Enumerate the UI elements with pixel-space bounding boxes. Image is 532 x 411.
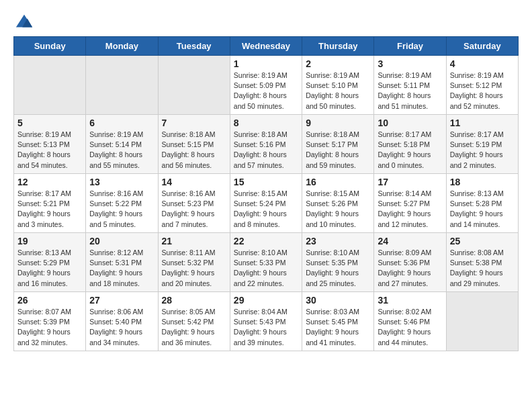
day-number: 22 — [234, 236, 298, 246]
day-info: Sunrise: 8:15 AM Sunset: 5:24 PM Dayligh… — [234, 189, 298, 230]
day-number: 3 — [378, 58, 442, 69]
day-info: Sunrise: 8:17 AM Sunset: 5:19 PM Dayligh… — [450, 130, 515, 171]
day-number: 12 — [17, 177, 82, 187]
day-info: Sunrise: 8:19 AM Sunset: 5:10 PM Dayligh… — [306, 71, 370, 111]
day-number: 26 — [17, 295, 82, 306]
calendar-cell: 16Sunrise: 8:15 AM Sunset: 5:26 PM Dayli… — [302, 174, 374, 233]
weekday-header-wednesday: Wednesday — [230, 37, 302, 56]
calendar-cell: 9Sunrise: 8:18 AM Sunset: 5:17 PM Daylig… — [302, 115, 374, 174]
day-info: Sunrise: 8:13 AM Sunset: 5:28 PM Dayligh… — [450, 189, 515, 230]
calendar-cell: 22Sunrise: 8:10 AM Sunset: 5:33 PM Dayli… — [230, 233, 302, 292]
weekday-header-saturday: Saturday — [446, 37, 518, 56]
day-info: Sunrise: 8:18 AM Sunset: 5:16 PM Dayligh… — [234, 130, 298, 171]
calendar-cell: 26Sunrise: 8:07 AM Sunset: 5:39 PM Dayli… — [14, 292, 86, 351]
calendar-cell: 7Sunrise: 8:18 AM Sunset: 5:15 PM Daylig… — [158, 115, 230, 174]
calendar-cell: 28Sunrise: 8:05 AM Sunset: 5:42 PM Dayli… — [158, 292, 230, 351]
day-number: 31 — [378, 295, 442, 306]
calendar-week-row: 19Sunrise: 8:13 AM Sunset: 5:29 PM Dayli… — [14, 233, 519, 292]
calendar-cell: 18Sunrise: 8:13 AM Sunset: 5:28 PM Dayli… — [446, 174, 518, 233]
calendar-cell: 15Sunrise: 8:15 AM Sunset: 5:24 PM Dayli… — [230, 174, 302, 233]
day-info: Sunrise: 8:08 AM Sunset: 5:38 PM Dayligh… — [450, 248, 515, 289]
calendar-cell: 14Sunrise: 8:16 AM Sunset: 5:23 PM Dayli… — [158, 174, 230, 233]
calendar-cell: 24Sunrise: 8:09 AM Sunset: 5:36 PM Dayli… — [374, 233, 446, 292]
calendar-cell: 25Sunrise: 8:08 AM Sunset: 5:38 PM Dayli… — [446, 233, 518, 292]
day-number: 17 — [378, 177, 442, 187]
day-number: 24 — [378, 236, 442, 246]
day-number: 25 — [450, 236, 515, 246]
day-number: 14 — [162, 177, 226, 187]
logo-icon — [15, 13, 34, 32]
page-header — [13, 13, 519, 30]
day-number: 1 — [234, 58, 298, 69]
day-number: 20 — [89, 236, 154, 246]
day-info: Sunrise: 8:11 AM Sunset: 5:32 PM Dayligh… — [162, 248, 226, 289]
day-number: 4 — [450, 58, 515, 69]
day-info: Sunrise: 8:19 AM Sunset: 5:09 PM Dayligh… — [234, 71, 298, 111]
day-info: Sunrise: 8:16 AM Sunset: 5:23 PM Dayligh… — [162, 189, 226, 230]
calendar-cell: 5Sunrise: 8:19 AM Sunset: 5:13 PM Daylig… — [14, 115, 86, 174]
calendar-cell — [86, 56, 158, 115]
day-number: 30 — [306, 295, 370, 306]
weekday-header-monday: Monday — [86, 37, 158, 56]
day-number: 18 — [450, 177, 515, 187]
day-info: Sunrise: 8:09 AM Sunset: 5:36 PM Dayligh… — [378, 248, 442, 289]
day-number: 28 — [162, 295, 226, 306]
weekday-header-tuesday: Tuesday — [158, 37, 230, 56]
calendar-cell: 17Sunrise: 8:14 AM Sunset: 5:27 PM Dayli… — [374, 174, 446, 233]
day-info: Sunrise: 8:02 AM Sunset: 5:46 PM Dayligh… — [378, 307, 442, 348]
day-info: Sunrise: 8:07 AM Sunset: 5:39 PM Dayligh… — [17, 307, 82, 348]
day-number: 8 — [234, 118, 298, 128]
weekday-header-friday: Friday — [374, 37, 446, 56]
calendar-cell: 12Sunrise: 8:17 AM Sunset: 5:21 PM Dayli… — [14, 174, 86, 233]
weekday-header-row: SundayMondayTuesdayWednesdayThursdayFrid… — [14, 37, 519, 56]
calendar-week-row: 12Sunrise: 8:17 AM Sunset: 5:21 PM Dayli… — [14, 174, 519, 233]
day-info: Sunrise: 8:03 AM Sunset: 5:45 PM Dayligh… — [306, 307, 370, 348]
day-info: Sunrise: 8:18 AM Sunset: 5:17 PM Dayligh… — [306, 130, 370, 171]
calendar-cell: 1Sunrise: 8:19 AM Sunset: 5:09 PM Daylig… — [230, 56, 302, 115]
calendar-cell: 11Sunrise: 8:17 AM Sunset: 5:19 PM Dayli… — [446, 115, 518, 174]
day-info: Sunrise: 8:16 AM Sunset: 5:22 PM Dayligh… — [89, 189, 154, 230]
day-number: 11 — [450, 118, 515, 128]
day-info: Sunrise: 8:04 AM Sunset: 5:43 PM Dayligh… — [234, 307, 298, 348]
weekday-header-sunday: Sunday — [14, 37, 86, 56]
day-number: 29 — [234, 295, 298, 306]
day-info: Sunrise: 8:19 AM Sunset: 5:12 PM Dayligh… — [450, 71, 515, 111]
day-number: 10 — [378, 118, 442, 128]
calendar-cell: 23Sunrise: 8:10 AM Sunset: 5:35 PM Dayli… — [302, 233, 374, 292]
calendar-week-row: 26Sunrise: 8:07 AM Sunset: 5:39 PM Dayli… — [14, 292, 519, 351]
calendar-cell: 4Sunrise: 8:19 AM Sunset: 5:12 PM Daylig… — [446, 56, 518, 115]
calendar-cell: 19Sunrise: 8:13 AM Sunset: 5:29 PM Dayli… — [14, 233, 86, 292]
calendar-cell: 27Sunrise: 8:06 AM Sunset: 5:40 PM Dayli… — [86, 292, 158, 351]
day-number: 9 — [306, 118, 370, 128]
calendar-cell: 30Sunrise: 8:03 AM Sunset: 5:45 PM Dayli… — [302, 292, 374, 351]
calendar-cell: 21Sunrise: 8:11 AM Sunset: 5:32 PM Dayli… — [158, 233, 230, 292]
day-number: 5 — [17, 118, 82, 128]
logo — [13, 13, 34, 30]
day-number: 6 — [89, 118, 154, 128]
day-info: Sunrise: 8:12 AM Sunset: 5:31 PM Dayligh… — [89, 248, 154, 289]
day-info: Sunrise: 8:06 AM Sunset: 5:40 PM Dayligh… — [89, 307, 154, 348]
calendar-week-row: 1Sunrise: 8:19 AM Sunset: 5:09 PM Daylig… — [14, 56, 519, 115]
calendar-cell — [158, 56, 230, 115]
calendar-cell — [446, 292, 518, 351]
calendar-table: SundayMondayTuesdayWednesdayThursdayFrid… — [13, 36, 519, 351]
calendar-cell: 31Sunrise: 8:02 AM Sunset: 5:46 PM Dayli… — [374, 292, 446, 351]
day-info: Sunrise: 8:19 AM Sunset: 5:14 PM Dayligh… — [89, 130, 154, 171]
weekday-header-thursday: Thursday — [302, 37, 374, 56]
day-info: Sunrise: 8:17 AM Sunset: 5:18 PM Dayligh… — [378, 130, 442, 171]
calendar-cell: 29Sunrise: 8:04 AM Sunset: 5:43 PM Dayli… — [230, 292, 302, 351]
day-info: Sunrise: 8:19 AM Sunset: 5:11 PM Dayligh… — [378, 71, 442, 111]
day-number: 7 — [162, 118, 226, 128]
day-info: Sunrise: 8:10 AM Sunset: 5:33 PM Dayligh… — [234, 248, 298, 289]
day-number: 15 — [234, 177, 298, 187]
calendar-cell: 8Sunrise: 8:18 AM Sunset: 5:16 PM Daylig… — [230, 115, 302, 174]
calendar-week-row: 5Sunrise: 8:19 AM Sunset: 5:13 PM Daylig… — [14, 115, 519, 174]
calendar-cell: 6Sunrise: 8:19 AM Sunset: 5:14 PM Daylig… — [86, 115, 158, 174]
day-info: Sunrise: 8:17 AM Sunset: 5:21 PM Dayligh… — [17, 189, 82, 230]
day-info: Sunrise: 8:15 AM Sunset: 5:26 PM Dayligh… — [306, 189, 370, 230]
day-number: 23 — [306, 236, 370, 246]
calendar-cell: 13Sunrise: 8:16 AM Sunset: 5:22 PM Dayli… — [86, 174, 158, 233]
day-info: Sunrise: 8:13 AM Sunset: 5:29 PM Dayligh… — [17, 248, 82, 289]
day-number: 27 — [89, 295, 154, 306]
day-number: 19 — [17, 236, 82, 246]
